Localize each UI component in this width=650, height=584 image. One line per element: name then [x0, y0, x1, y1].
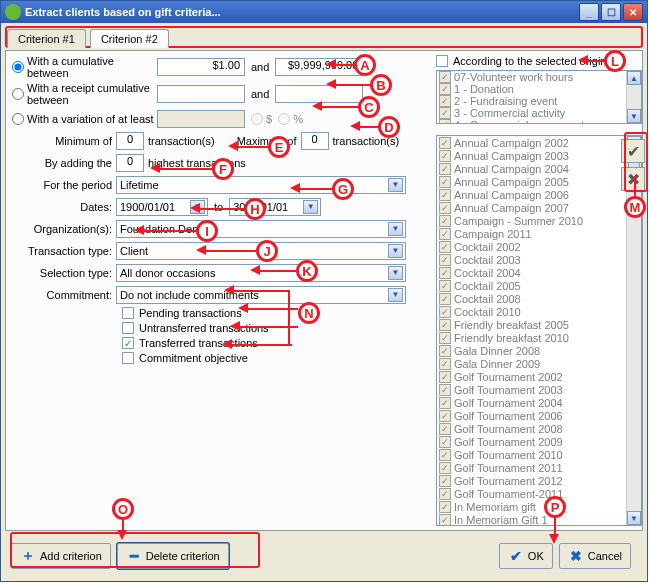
campaign-item[interactable]: ✓In Memoriam Gift 1 [437, 513, 641, 526]
campaign-item[interactable]: ✓Cocktail 2008 [437, 292, 641, 305]
selection-type-select[interactable]: All donor occasions▼ [116, 264, 406, 282]
cumulative-low-input[interactable]: $1.00 [157, 58, 245, 76]
maximize-button[interactable]: ☐ [601, 3, 621, 21]
campaign-item[interactable]: ✓Golf Tournament-2011 [437, 487, 641, 500]
cancel-button[interactable]: ✖Cancel [559, 543, 631, 569]
campaign-item[interactable]: ✓Annual Campaign 2006 [437, 188, 641, 201]
checkbox-icon: ✓ [439, 345, 451, 357]
tab-criterion-2[interactable]: Criterion #2 [90, 29, 169, 48]
organization-value: Foundation Demo [120, 223, 207, 235]
origins-checkbox[interactable] [436, 55, 448, 67]
campaign-item[interactable]: ✓Golf Tournament 2009 [437, 435, 641, 448]
receipt-low-input[interactable] [157, 85, 245, 103]
tab-criterion-1[interactable]: Criterion #1 [7, 29, 86, 48]
organization-select[interactable]: Foundation Demo▼ [116, 220, 406, 238]
campaign-label: Golf Tournament 2008 [454, 423, 563, 435]
campaign-item[interactable]: ✓Campaign 2011 [437, 227, 641, 240]
label-selection-type: Selection type: [12, 267, 116, 279]
date-to-value: 3000/01/01 [233, 201, 288, 213]
origin-label: 3 - Commercial activity [454, 107, 565, 119]
campaign-item[interactable]: ✓Cocktail 2005 [437, 279, 641, 292]
chevron-down-icon: ▼ [388, 288, 403, 302]
checkbox-icon: ✓ [439, 107, 451, 119]
add-criterion-button[interactable]: ＋Add criterion [11, 543, 111, 569]
campaign-item[interactable]: ✓Cocktail 2010 [437, 305, 641, 318]
maximum-input[interactable]: 0 [301, 132, 329, 150]
select-all-button[interactable]: ✔ [621, 139, 645, 163]
label-to: to [208, 201, 229, 213]
app-icon [5, 4, 21, 20]
label-currency: $ [266, 113, 272, 125]
origin-item[interactable]: ✓4 - Commercial agreement [437, 119, 641, 124]
origin-label: 1 - Donation [454, 83, 514, 95]
scroll-up-icon[interactable]: ▲ [627, 71, 641, 85]
campaign-item[interactable]: ✓Annual Campaign 2003 [437, 149, 641, 162]
campaign-label: Friendly breakfast 2010 [454, 332, 569, 344]
label-variation: With a variation of at least [27, 113, 157, 125]
campaign-item[interactable]: ✓Friendly breakfast 2005 [437, 318, 641, 331]
checkbox-icon: ✓ [439, 267, 451, 279]
radio-variation[interactable] [12, 113, 24, 125]
campaign-item[interactable]: ✓Annual Campaign 2004 [437, 162, 641, 175]
campaign-item[interactable]: ✓Golf Tournament 2003 [437, 383, 641, 396]
campaign-item[interactable]: ✓Annual Campaign 2002 [437, 136, 641, 149]
campaign-label: Annual Campaign 2005 [454, 176, 569, 188]
origins-list[interactable]: ✓07-Volunteer work hours✓1 - Donation✓2 … [436, 70, 642, 124]
origin-item[interactable]: ✓2 - Fundraising event [437, 95, 641, 107]
add-criterion-label: Add criterion [40, 550, 102, 562]
date-from-select[interactable]: 1900/01/01▼ [116, 198, 208, 216]
close-button[interactable]: ✕ [623, 3, 643, 21]
date-to-select[interactable]: 3000/01/01▼ [229, 198, 321, 216]
campaign-item[interactable]: ✓Golf Tournament 2011 [437, 461, 641, 474]
minimize-button[interactable]: _ [579, 3, 599, 21]
minimum-input[interactable]: 0 [116, 132, 144, 150]
radio-cumulative-between[interactable] [12, 61, 24, 73]
untransferred-checkbox[interactable] [122, 322, 134, 334]
label-commitment-obj: Commitment objective [139, 352, 248, 364]
scroll-down-icon[interactable]: ▼ [627, 511, 641, 525]
campaign-label: Golf Tournament 2012 [454, 475, 563, 487]
radio-receipt-cumulative[interactable] [12, 88, 24, 100]
origin-item[interactable]: ✓07-Volunteer work hours [437, 71, 641, 83]
commitment-obj-checkbox[interactable] [122, 352, 134, 364]
campaign-item[interactable]: ✓Cocktail 2003 [437, 253, 641, 266]
campaign-list[interactable]: ✓Annual Campaign 2002✓Annual Campaign 20… [436, 135, 642, 526]
campaign-item[interactable]: ✓Gala Dinner 2008 [437, 344, 641, 357]
campaign-item[interactable]: ✓In Memoriam gift [437, 500, 641, 513]
origin-item[interactable]: ✓3 - Commercial activity [437, 107, 641, 119]
chevron-down-icon: ▼ [388, 266, 403, 280]
campaign-item[interactable]: ✓Friendly breakfast 2010 [437, 331, 641, 344]
content-pane: With a cumulative between $1.00 and $9,9… [5, 50, 643, 531]
checkbox-icon: ✓ [439, 397, 451, 409]
delete-criterion-button[interactable]: ━Delete criterion [117, 543, 229, 569]
campaign-item[interactable]: ✓Golf Tournament 2006 [437, 409, 641, 422]
scrollbar[interactable]: ▲ ▼ [626, 71, 641, 123]
date-from-value: 1900/01/01 [120, 201, 175, 213]
origin-item[interactable]: ✓1 - Donation [437, 83, 641, 95]
transaction-type-select[interactable]: Client▼ [116, 242, 406, 260]
campaign-item[interactable]: ✓Cocktail 2002 [437, 240, 641, 253]
receipt-high-input[interactable] [275, 85, 363, 103]
campaign-label: Golf Tournament-2011 [454, 488, 563, 500]
campaign-item[interactable]: ✓Annual Campaign 2005 [437, 175, 641, 188]
commitment-select[interactable]: Do not include commitments▼ [116, 286, 406, 304]
campaign-item[interactable]: ✓Annual Campaign 2007 [437, 201, 641, 214]
campaign-item[interactable]: ✓Golf Tournament 2010 [437, 448, 641, 461]
pending-checkbox[interactable] [122, 307, 134, 319]
highest-trx-input[interactable]: 0 [116, 154, 144, 172]
cumulative-high-input[interactable]: $9,999,999.00 [275, 58, 363, 76]
ok-button[interactable]: ✔OK [499, 543, 553, 569]
campaign-item[interactable]: ✓Golf Tournament 2012 [437, 474, 641, 487]
scroll-down-icon[interactable]: ▼ [627, 109, 641, 123]
campaign-item[interactable]: ✓Campaign - Summer 2010 [437, 214, 641, 227]
campaign-item[interactable]: ✓Golf Tournament 2002 [437, 370, 641, 383]
campaign-item[interactable]: ✓Golf Tournament 2008 [437, 422, 641, 435]
campaign-item[interactable]: ✓Cocktail 2004 [437, 266, 641, 279]
transferred-checkbox[interactable]: ✓ [122, 337, 134, 349]
deselect-all-button[interactable]: ✖ [621, 167, 645, 191]
campaign-item[interactable]: ✓Gala Dinner 2009 [437, 357, 641, 370]
period-select[interactable]: Lifetime▼ [116, 176, 406, 194]
campaign-label: Cocktail 2004 [454, 267, 521, 279]
label-and-2: and [245, 88, 275, 100]
campaign-item[interactable]: ✓Golf Tournament 2004 [437, 396, 641, 409]
